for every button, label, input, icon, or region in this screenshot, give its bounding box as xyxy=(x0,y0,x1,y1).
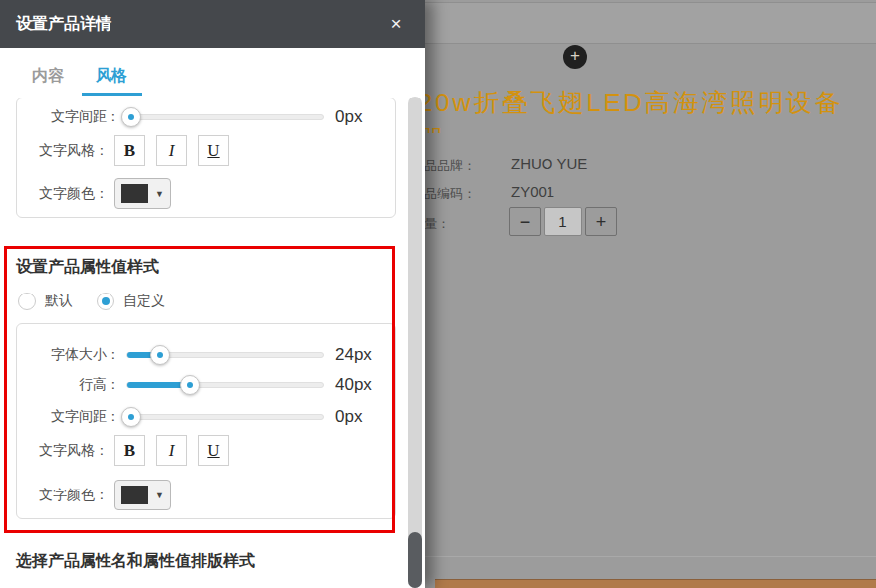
letter-spacing-label: 文字间距： xyxy=(17,408,120,426)
text-style-label: 文字风格： xyxy=(17,442,109,460)
radio-default[interactable] xyxy=(18,293,36,310)
text-style-label: 文字风格： xyxy=(17,142,109,160)
text-color-picker[interactable]: ▼ xyxy=(114,178,171,209)
text-color-picker[interactable]: ▼ xyxy=(114,480,171,510)
radio-custom[interactable] xyxy=(97,293,114,310)
radio-default-label[interactable]: 默认 xyxy=(45,293,73,310)
radio-custom-label[interactable]: 自定义 xyxy=(123,293,165,310)
attr-name-style-card: 文字间距： 0px 文字风格： B I U 文字颜色： ▼ xyxy=(16,98,396,218)
underline-button[interactable]: U xyxy=(198,135,229,166)
attr-value-style-card: 字体大小： 24px 行高： 40px 文字间距： 0px 文字风格： xyxy=(16,323,396,519)
slider-handle[interactable] xyxy=(150,345,170,365)
letter-spacing-slider[interactable] xyxy=(126,114,324,120)
line-height-slider[interactable] xyxy=(126,382,324,388)
text-color-label: 文字颜色： xyxy=(17,185,109,203)
slider-handle[interactable] xyxy=(121,107,141,127)
tab-content[interactable]: 内容 xyxy=(32,66,64,87)
tab-style[interactable]: 风格 xyxy=(96,66,127,87)
close-icon[interactable]: × xyxy=(383,11,409,37)
underline-button[interactable]: U xyxy=(198,435,229,466)
page-divider xyxy=(425,556,876,557)
quantity-stepper: − + xyxy=(509,207,617,236)
font-size-label: 字体大小： xyxy=(17,346,120,364)
quantity-input[interactable] xyxy=(544,207,582,236)
letter-spacing-slider[interactable] xyxy=(126,414,324,420)
slider-handle[interactable] xyxy=(180,375,200,395)
font-size-value: 24px xyxy=(335,345,372,365)
product-title: 20w折叠飞翅LED高海湾照明设备器 xyxy=(418,84,856,133)
color-swatch xyxy=(121,184,148,203)
line-height-label: 行高： xyxy=(17,376,120,394)
color-swatch xyxy=(121,486,148,504)
quantity-minus-button[interactable]: − xyxy=(509,207,541,236)
product-detail-dialog: 设置产品详情 × 内容 风格 文字间距： 0px 文字风格： B I U 文字颜… xyxy=(0,0,425,588)
attr-value-section-heading: 设置产品属性值样式 xyxy=(16,257,159,278)
italic-button[interactable]: I xyxy=(156,435,187,466)
dialog-title: 设置产品详情 xyxy=(16,0,111,48)
letter-spacing-value: 0px xyxy=(335,407,362,427)
letter-spacing-label: 文字间距： xyxy=(17,108,120,126)
quantity-plus-button[interactable]: + xyxy=(585,207,617,236)
text-style-buttons: B I U xyxy=(114,435,229,466)
style-mode-radios: 默认 自定义 xyxy=(18,293,165,310)
dialog-header: 设置产品详情 × xyxy=(0,0,425,48)
add-section-icon[interactable]: + xyxy=(563,45,587,69)
chevron-down-icon: ▼ xyxy=(155,490,164,500)
bold-button[interactable]: B xyxy=(114,435,145,466)
text-color-label: 文字颜色： xyxy=(17,487,109,504)
page-footer-bar xyxy=(435,579,876,588)
italic-button[interactable]: I xyxy=(156,135,187,166)
layout-section-heading: 选择产品属性名和属性值排版样式 xyxy=(16,551,255,572)
slider-handle[interactable] xyxy=(121,407,141,427)
scrollbar-thumb[interactable] xyxy=(408,532,422,588)
line-height-value: 40px xyxy=(335,375,372,395)
active-tab-underline xyxy=(82,93,142,96)
scrollbar-track[interactable] xyxy=(408,97,422,588)
code-value: ZY001 xyxy=(511,183,554,200)
brand-value: ZHUO YUE xyxy=(511,155,587,172)
text-style-buttons: B I U xyxy=(114,135,229,166)
letter-spacing-value: 0px xyxy=(335,107,362,127)
chevron-down-icon: ▼ xyxy=(155,189,164,199)
font-size-slider[interactable] xyxy=(126,352,324,358)
bold-button[interactable]: B xyxy=(114,135,145,166)
